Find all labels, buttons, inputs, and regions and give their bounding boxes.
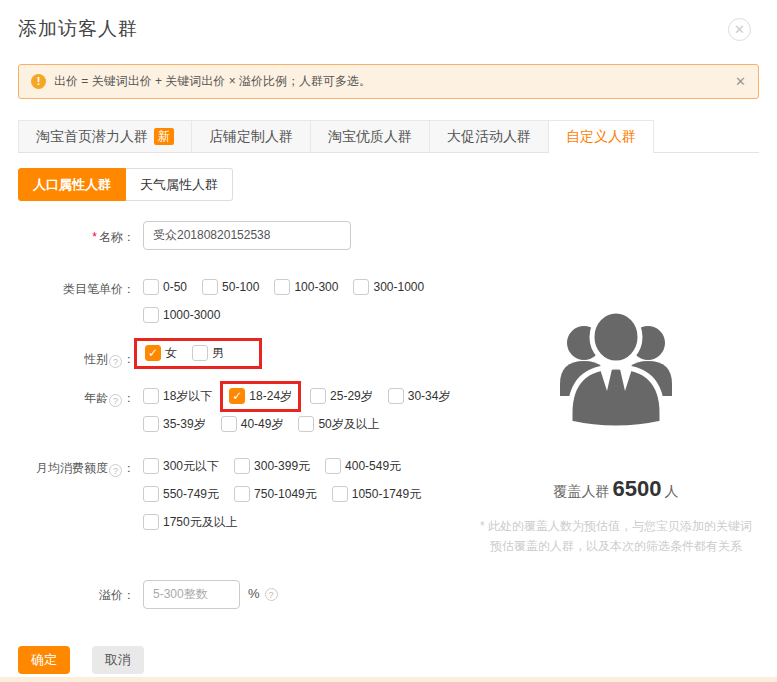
- checkbox-icon[interactable]: [325, 458, 341, 474]
- checkbox-option-label: 1000-3000: [163, 308, 220, 322]
- checkbox-option[interactable]: ✓18-24岁: [220, 381, 301, 412]
- checkbox-option-label: 300元以下: [163, 458, 219, 475]
- premium-input[interactable]: [143, 580, 240, 609]
- checkbox-icon[interactable]: [143, 279, 159, 295]
- monthly-spend-row: 月均消费额度?： 300元以下300-399元400-549元550-749元7…: [18, 452, 473, 536]
- tab-label: 淘宝优质人群: [328, 121, 412, 152]
- checkbox-icon[interactable]: [192, 345, 208, 361]
- age-options: 18岁以下✓18-24岁25-29岁30-34岁35-39岁40-49岁50岁及…: [143, 382, 473, 438]
- checkbox-option[interactable]: 300-399元: [234, 458, 310, 475]
- audience-name-input[interactable]: [143, 221, 351, 250]
- help-icon[interactable]: ?: [109, 394, 122, 407]
- checkbox-icon[interactable]: [202, 279, 218, 295]
- tab-label: 店铺定制人群: [209, 121, 293, 152]
- tab-promotion-activity[interactable]: 大促活动人群: [430, 120, 549, 152]
- coverage-count: 覆盖人群6500人: [473, 476, 759, 502]
- checkbox-option-label: 18-24岁: [249, 388, 292, 405]
- help-icon[interactable]: ?: [265, 588, 278, 601]
- premium-row: 溢价： % ?: [18, 579, 473, 609]
- checkbox-icon[interactable]: [310, 388, 326, 404]
- checkbox-icon[interactable]: [353, 279, 369, 295]
- checkbox-option[interactable]: 750-1049元: [234, 486, 317, 503]
- checkbox-icon[interactable]: [332, 486, 348, 502]
- checkbox-icon[interactable]: [298, 416, 314, 432]
- dialog-footer: 确定 取消: [18, 646, 473, 674]
- tab-label: 淘宝首页潜力人群: [36, 121, 148, 152]
- checkbox-row: 1750元及以上: [143, 508, 473, 536]
- checkbox-option-label: 100-300: [294, 280, 338, 294]
- checkbox-option[interactable]: 400-549元: [325, 458, 401, 475]
- confirm-button[interactable]: 确定: [18, 646, 70, 674]
- dialog-close-icon[interactable]: ✕: [728, 18, 751, 41]
- checkbox-option[interactable]: 0-50: [143, 279, 187, 295]
- checkbox-icon[interactable]: [234, 458, 250, 474]
- checkbox-checked-icon[interactable]: ✓: [229, 388, 245, 404]
- age-row: 年龄?： 18岁以下✓18-24岁25-29岁30-34岁35-39岁40-49…: [18, 382, 473, 438]
- checkbox-option-label: 35-39岁: [163, 416, 206, 433]
- checkbox-icon[interactable]: [221, 416, 237, 432]
- name-row: *名称：: [18, 221, 473, 250]
- checkbox-icon[interactable]: [143, 514, 159, 530]
- subtab-group: 人口属性人群 天气属性人群: [18, 168, 759, 201]
- checkbox-row: 35-39岁40-49岁50岁及以上: [143, 410, 473, 438]
- tab-taobao-quality[interactable]: 淘宝优质人群: [311, 120, 430, 152]
- checkbox-option[interactable]: 男: [192, 345, 224, 362]
- checkbox-row: 550-749元750-1049元1050-1749元: [143, 480, 473, 508]
- coverage-label: 覆盖人群: [554, 483, 610, 499]
- unit-price-row: 类目笔单价： 0-5050-100100-300300-10001000-300…: [18, 273, 473, 329]
- notice-close-icon[interactable]: ✕: [735, 74, 746, 89]
- tab-taobao-homepage-potential[interactable]: 淘宝首页潜力人群 新: [18, 120, 192, 152]
- checkbox-option[interactable]: 1750元及以上: [143, 514, 238, 531]
- checkbox-icon[interactable]: [388, 388, 404, 404]
- tab-label: 自定义人群: [566, 121, 636, 152]
- notice-text: 出价 = 关键词出价 + 关键词出价 × 溢价比例；人群可多选。: [54, 73, 371, 90]
- checkbox-option-label: 30-34岁: [408, 388, 451, 405]
- checkbox-option[interactable]: 30-34岁: [388, 388, 451, 405]
- help-icon[interactable]: ?: [109, 355, 122, 368]
- checkbox-option[interactable]: 50-100: [202, 279, 259, 295]
- checkbox-icon[interactable]: [143, 486, 159, 502]
- checkbox-option[interactable]: 35-39岁: [143, 416, 206, 433]
- checkbox-option[interactable]: 40-49岁: [221, 416, 284, 433]
- coverage-unit: 人: [664, 483, 678, 499]
- checkbox-option[interactable]: 1000-3000: [143, 307, 220, 323]
- help-icon[interactable]: ?: [109, 464, 122, 477]
- checkbox-option-label: 40-49岁: [241, 416, 284, 433]
- subtab-weather-audience[interactable]: 天气属性人群: [126, 168, 233, 201]
- checkbox-option[interactable]: ✓女: [145, 345, 177, 362]
- checkbox-icon[interactable]: [234, 486, 250, 502]
- audience-tab-bar: 淘宝首页潜力人群 新 店铺定制人群 淘宝优质人群 大促活动人群 自定义人群: [18, 120, 759, 153]
- checkbox-option[interactable]: 18岁以下: [143, 388, 212, 405]
- required-mark: *: [92, 230, 97, 244]
- percent-unit: %: [248, 579, 260, 609]
- bid-notice-bar: ! 出价 = 关键词出价 + 关键词出价 × 溢价比例；人群可多选。 ✕: [18, 64, 759, 99]
- checkbox-option[interactable]: 100-300: [274, 279, 338, 295]
- checkbox-icon[interactable]: [143, 388, 159, 404]
- checkbox-checked-icon[interactable]: ✓: [145, 345, 161, 361]
- checkbox-option-label: 25-29岁: [330, 388, 373, 405]
- add-visitor-audience-dialog: 添加访客人群 ✕ ! 出价 = 关键词出价 + 关键词出价 × 溢价比例；人群可…: [0, 0, 777, 682]
- checkbox-option[interactable]: 25-29岁: [310, 388, 373, 405]
- new-badge: 新: [154, 128, 174, 145]
- checkbox-row: 0-5050-100100-300300-1000: [143, 273, 473, 301]
- checkbox-option-label: 1050-1749元: [352, 486, 421, 503]
- checkbox-option-label: 18岁以下: [163, 388, 212, 405]
- checkbox-option[interactable]: 1050-1749元: [332, 486, 421, 503]
- coverage-note: * 此处的覆盖人数为预估值，与您宝贝添加的关键词预估覆盖的人群，以及本次的筛选条…: [480, 516, 752, 556]
- checkbox-icon[interactable]: [143, 416, 159, 432]
- tab-shop-custom[interactable]: 店铺定制人群: [192, 120, 311, 152]
- gender-label: 性别?：: [18, 343, 135, 368]
- checkbox-option[interactable]: 300-1000: [353, 279, 424, 295]
- checkbox-icon[interactable]: [274, 279, 290, 295]
- checkbox-icon[interactable]: [143, 458, 159, 474]
- age-label: 年龄?：: [18, 382, 135, 438]
- checkbox-icon[interactable]: [143, 307, 159, 323]
- monthly-spend-label: 月均消费额度?：: [18, 452, 135, 536]
- checkbox-option[interactable]: 300元以下: [143, 458, 219, 475]
- subtab-demographic-audience[interactable]: 人口属性人群: [18, 168, 126, 201]
- page-background-strip: [0, 677, 777, 682]
- checkbox-option[interactable]: 550-749元: [143, 486, 219, 503]
- tab-custom-audience[interactable]: 自定义人群: [549, 120, 654, 152]
- checkbox-option[interactable]: 50岁及以上: [298, 416, 379, 433]
- cancel-button[interactable]: 取消: [92, 646, 144, 674]
